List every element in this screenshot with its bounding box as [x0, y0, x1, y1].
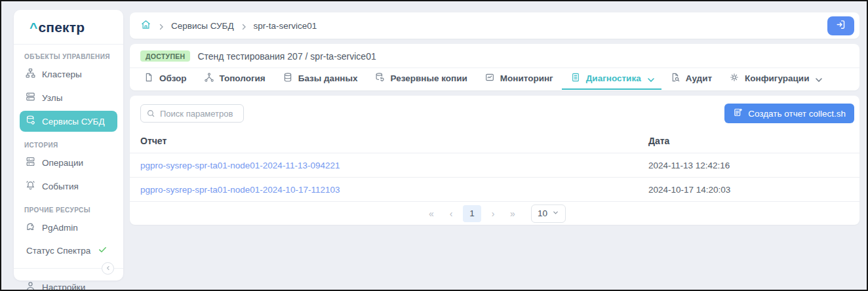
operations-icon [25, 156, 36, 169]
tab-databases[interactable]: Базы данных [274, 68, 366, 90]
sidebar-item-db-services[interactable]: Сервисы СУБД [20, 111, 117, 132]
events-bell-icon [25, 180, 36, 193]
page-size-value: 10 [538, 208, 547, 218]
service-tabs: Обзор Топология Базы данных Резервные ко… [130, 68, 859, 90]
sidebar-item-label: PgAdmin [42, 223, 78, 233]
breadcrumb: Сервисы СУБД spr-ta-service01 [130, 12, 859, 39]
logo-caret: ^ [30, 20, 37, 35]
column-header-report: Отчет [130, 136, 648, 146]
pgadmin-elephant-icon [25, 221, 36, 234]
overview-file-icon [144, 72, 154, 85]
pagination-first-button[interactable]: « [424, 205, 439, 222]
search-box [140, 104, 244, 123]
tab-label: Базы данных [298, 73, 358, 83]
sidebar-item-events[interactable]: События [20, 176, 117, 197]
create-report-label: Создать отчет collect.sh [748, 109, 846, 119]
home-icon[interactable] [140, 19, 151, 33]
tab-label: Резервные копии [390, 73, 467, 83]
service-title: Стенд тестирования 207 / spr-ta-service0… [197, 51, 376, 62]
sidebar-item-label: Узлы [42, 93, 62, 103]
clusters-icon [25, 68, 36, 81]
report-link[interactable]: pgpro-sysrep-spr-ta01-node01-2024-11-13-… [140, 161, 340, 170]
chevron-down-icon [646, 75, 653, 82]
sidebar-section-history: ИСТОРИЯ [24, 142, 123, 149]
nodes-icon [25, 91, 36, 104]
pagination-next-button[interactable]: › [485, 205, 501, 222]
sidebar-item-settings[interactable]: Настройки [20, 277, 117, 291]
topology-icon [204, 72, 214, 85]
chevron-right-icon [240, 22, 248, 29]
tab-label: Топология [220, 73, 266, 83]
sidebar-item-spectr-status[interactable]: Статус Спектра [20, 241, 117, 260]
service-header-card: ДОСТУПЕН Стенд тестирования 207 / spr-ta… [130, 44, 859, 90]
pagination-page-1[interactable]: 1 [463, 205, 481, 222]
logo-text: спектр [38, 20, 85, 35]
search-input[interactable] [140, 104, 244, 123]
table-row: pgpro-sysrep-spr-ta01-node01-2024-11-13-… [130, 153, 859, 178]
status-badge: ДОСТУПЕН [140, 50, 190, 62]
report-link[interactable]: pgpro-sysrep-spr-ta01-node01-2024-10-17-… [140, 185, 340, 195]
reports-panel: Создать отчет collect.sh Отчет Дата pgpr… [130, 96, 859, 225]
pagination: « ‹ 1 › » 10 [130, 202, 859, 225]
sidebar-item-label: Кластеры [42, 69, 82, 79]
check-icon [96, 244, 108, 256]
page-size-select[interactable]: 10 [531, 204, 566, 223]
sidebar-collapse-button[interactable] [102, 262, 114, 275]
tab-topology[interactable]: Топология [195, 68, 274, 90]
reports-toolbar: Создать отчет collect.sh [130, 96, 859, 130]
create-report-icon [733, 107, 743, 119]
service-status-row: ДОСТУПЕН Стенд тестирования 207 / spr-ta… [130, 44, 859, 68]
table-header: Отчет Дата [130, 130, 859, 153]
tab-monitoring[interactable]: Мониторинг [476, 68, 562, 90]
sidebar-section-objects: ОБЪЕКТЫ УПРАВЛЕНИЯ [24, 53, 123, 60]
sidebar-item-label: События [42, 182, 79, 191]
sidebar: ^спектр ОБЪЕКТЫ УПРАВЛЕНИЯ Кластеры Узлы… [14, 10, 123, 281]
sidebar-item-label: Операции [42, 158, 83, 168]
chevron-right-icon [157, 22, 165, 29]
sidebar-item-label: Настройки [42, 282, 85, 291]
diagnostics-report-icon [570, 72, 581, 85]
sidebar-item-clusters[interactable]: Кластеры [20, 64, 117, 85]
tab-label: Конфигурации [745, 73, 809, 83]
audit-icon [670, 72, 681, 85]
tab-label: Обзор [159, 73, 187, 83]
tab-configurations[interactable]: Конфигурации [720, 68, 829, 90]
tab-label: Аудит [686, 73, 712, 83]
tab-label: Мониторинг [500, 73, 553, 83]
sidebar-item-pgadmin[interactable]: PgAdmin [20, 217, 117, 238]
db-service-icon [25, 115, 36, 128]
database-icon [283, 72, 293, 85]
chevron-down-icon [552, 208, 559, 218]
column-header-date: Дата [648, 136, 859, 146]
tab-overview[interactable]: Обзор [135, 68, 195, 90]
tab-backups[interactable]: Резервные копии [366, 68, 475, 90]
breadcrumb-item-db-services[interactable]: Сервисы СУБД [171, 21, 234, 31]
report-date: 2024-11-13 12:42:16 [648, 161, 859, 170]
person-icon [25, 281, 36, 291]
sidebar-divider [14, 268, 123, 269]
collapse-chevron-icon [105, 263, 111, 273]
tab-diagnostics[interactable]: Диагностика [562, 68, 661, 90]
breadcrumb-item-service[interactable]: spr-ta-service01 [254, 21, 317, 31]
chevron-down-icon [814, 75, 821, 82]
report-date: 2024-10-17 14:20:03 [648, 185, 859, 195]
sidebar-item-operations[interactable]: Операции [20, 152, 117, 173]
sidebar-item-nodes[interactable]: Узлы [20, 87, 117, 108]
table-row: pgpro-sysrep-spr-ta01-node01-2024-10-17-… [130, 178, 859, 202]
session-exit-button[interactable] [827, 16, 854, 35]
sidebar-item-label: Сервисы СУБД [42, 117, 105, 126]
login-icon [835, 19, 846, 32]
create-report-button[interactable]: Создать отчет collect.sh [724, 104, 854, 123]
app-window: ^спектр ОБЪЕКТЫ УПРАВЛЕНИЯ Кластеры Узлы… [0, 0, 868, 291]
gear-icon [729, 72, 740, 85]
pagination-prev-button[interactable]: ‹ [443, 205, 459, 222]
pagination-last-button[interactable]: » [505, 205, 521, 222]
tab-label: Диагностика [586, 73, 641, 83]
sidebar-item-label: Статус Спектра [26, 246, 90, 256]
monitoring-chart-icon [484, 72, 495, 85]
app-logo: ^спектр [14, 10, 123, 45]
tab-audit[interactable]: Аудит [661, 68, 720, 90]
sidebar-section-other: ПРОЧИЕ РЕСУРСЫ [24, 206, 123, 214]
backup-icon [374, 72, 385, 85]
